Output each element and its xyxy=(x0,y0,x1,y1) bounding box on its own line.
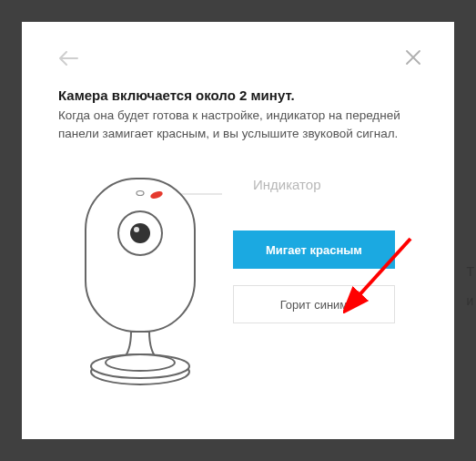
background-text: Ти xyxy=(466,264,474,308)
svg-point-5 xyxy=(130,223,150,243)
camera-illustration xyxy=(58,173,222,410)
back-arrow-icon xyxy=(58,51,78,66)
svg-point-9 xyxy=(106,354,175,371)
svg-point-6 xyxy=(134,227,139,232)
action-panel: Индикатор Мигает красным Горит синим xyxy=(226,173,418,340)
modal-title: Камера включается около 2 минут. xyxy=(58,87,418,103)
close-icon xyxy=(405,49,421,66)
modal-body: Индикатор Мигает красным Горит синим xyxy=(58,173,418,410)
solid-blue-button[interactable]: Горит синим xyxy=(233,285,395,323)
setup-modal: Камера включается около 2 минут. Когда о… xyxy=(22,22,454,439)
blinking-red-button[interactable]: Мигает красным xyxy=(233,230,395,269)
modal-content: Камера включается около 2 минут. Когда о… xyxy=(58,87,418,410)
modal-description: Когда она будет готова к настройке, инди… xyxy=(58,107,418,142)
back-button[interactable] xyxy=(58,51,78,69)
close-button[interactable] xyxy=(405,49,421,69)
indicator-label: Индикатор xyxy=(253,177,418,192)
